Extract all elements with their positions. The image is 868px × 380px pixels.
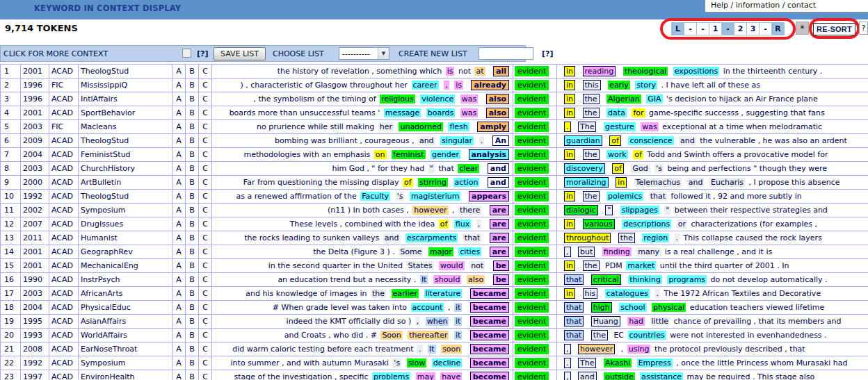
keyword-cell[interactable]: evident <box>513 356 557 370</box>
keyword[interactable]: evident <box>515 94 549 104</box>
year-cell[interactable]: 2000 <box>21 176 49 190</box>
year-cell[interactable]: 2003 <box>21 162 49 176</box>
left-context-cell[interactable]: into summer , and with autumn Murasaki '… <box>212 356 513 370</box>
year-cell[interactable]: 2003 <box>21 287 49 301</box>
year-cell[interactable]: 2004 <box>21 148 49 162</box>
context-link-b[interactable]: B <box>186 245 199 259</box>
source-cell[interactable]: ArtBulletin <box>79 176 172 190</box>
context-link-b[interactable]: B <box>186 259 199 273</box>
genre-cell[interactable]: ACAD <box>49 287 79 301</box>
right-context-cell[interactable]: in his catalogues . The 1972 African Tex… <box>557 287 868 301</box>
keyword-cell[interactable]: evident <box>513 120 557 134</box>
keyword-cell[interactable]: evident <box>513 329 557 342</box>
right-context-cell[interactable]: discovery of God 's being and perfection… <box>557 162 868 176</box>
page-cell--[interactable]: - <box>696 22 709 35</box>
left-context-cell[interactable]: These levels , combined with the idea of… <box>212 217 513 231</box>
source-cell[interactable]: GeographRev <box>79 245 172 259</box>
context-link-c[interactable]: C <box>199 79 212 92</box>
left-context-cell[interactable]: Far from questioning the missing display… <box>212 176 513 190</box>
left-context-cell[interactable]: stage of the investigation , specific pr… <box>212 370 513 380</box>
right-context-cell[interactable]: in the data for game-specific successs ,… <box>557 106 868 120</box>
right-context-cell[interactable]: throughout the region . This collapse ca… <box>557 231 868 245</box>
context-link-c[interactable]: C <box>199 120 212 134</box>
context-link-b[interactable]: B <box>186 120 199 134</box>
context-link-a[interactable]: A <box>172 176 186 190</box>
right-context-cell[interactable]: in reading theological expositions in th… <box>557 65 868 79</box>
genre-cell[interactable]: ACAD <box>49 315 79 329</box>
genre-cell[interactable]: ACAD <box>49 148 79 162</box>
context-link-a[interactable]: A <box>172 217 186 231</box>
source-cell[interactable]: EarNoseThroat <box>79 342 172 356</box>
left-context-cell[interactable]: as a renewed affirmation of the Faculty … <box>212 190 513 204</box>
genre-cell[interactable]: ACAD <box>49 245 79 259</box>
genre-cell[interactable]: ACAD <box>49 217 79 231</box>
keyword-cell[interactable]: evident <box>513 79 557 92</box>
source-cell[interactable]: InstrPsych <box>79 273 172 287</box>
context-link-a[interactable]: A <box>172 79 186 92</box>
right-context-cell[interactable]: that high school physical education teac… <box>557 301 868 315</box>
left-context-cell[interactable]: him God , " for they had " that clear an… <box>212 162 513 176</box>
context-link-a[interactable]: A <box>172 259 186 273</box>
genre-cell[interactable]: ACAD <box>49 273 79 287</box>
source-cell[interactable]: Macleans <box>79 120 172 134</box>
year-cell[interactable]: 1997 <box>21 370 49 380</box>
left-context-cell[interactable]: the history of revelation , something wh… <box>212 65 513 79</box>
context-link-a[interactable]: A <box>172 370 186 380</box>
context-link-b[interactable]: B <box>186 106 199 120</box>
keyword[interactable]: evident <box>515 358 549 368</box>
choose-list-select[interactable]: ---------- ▼ <box>339 47 389 60</box>
create-list-input[interactable] <box>479 47 533 60</box>
right-context-cell[interactable]: dialogic " slippages " between their res… <box>557 204 868 217</box>
context-link-b[interactable]: B <box>186 301 199 315</box>
source-cell[interactable]: DrugIssues <box>79 217 172 231</box>
genre-cell[interactable]: ACAD <box>49 301 79 315</box>
keyword-cell[interactable]: evident <box>513 259 557 273</box>
source-cell[interactable]: WorldAffairs <box>79 329 172 342</box>
context-link-a[interactable]: A <box>172 190 186 204</box>
context-link-b[interactable]: B <box>186 342 199 356</box>
context-link-a[interactable]: A <box>172 342 186 356</box>
page-cell--[interactable]: - <box>684 22 697 35</box>
source-cell[interactable]: FeministStud <box>79 148 172 162</box>
context-link-c[interactable]: C <box>199 370 212 380</box>
keyword[interactable]: evident <box>515 219 549 229</box>
context-link-b[interactable]: B <box>186 356 199 370</box>
source-cell[interactable]: AfricanArts <box>79 287 172 301</box>
genre-cell[interactable]: FIC <box>49 120 79 134</box>
keyword[interactable]: evident <box>515 122 549 132</box>
keyword[interactable]: evident <box>515 80 549 90</box>
keyword[interactable]: evident <box>515 302 549 313</box>
page-cell-r[interactable]: R <box>771 22 785 35</box>
keyword[interactable]: evident <box>515 274 549 285</box>
page-cell--[interactable]: - <box>721 22 734 35</box>
source-cell[interactable]: TheologStud <box>79 134 172 148</box>
year-cell[interactable]: 2001 <box>21 65 49 79</box>
right-context-cell[interactable]: in the PDM market until the third quarte… <box>557 259 868 273</box>
context-link-a[interactable]: A <box>172 92 186 106</box>
keyword-cell[interactable]: evident <box>513 287 557 301</box>
keyword-cell[interactable]: evident <box>513 134 557 148</box>
source-cell[interactable]: ChurchHistory <box>79 162 172 176</box>
keyword-cell[interactable]: evident <box>513 162 557 176</box>
context-link-a[interactable]: A <box>172 204 186 217</box>
keyword[interactable]: evident <box>515 344 549 354</box>
right-context-cell[interactable]: in the Algerian GIA 's decision to hijac… <box>557 92 868 106</box>
year-cell[interactable]: 1995 <box>21 315 49 329</box>
context-link-c[interactable]: C <box>199 217 212 231</box>
right-context-cell[interactable]: , and outside assistance may be required… <box>557 370 868 380</box>
source-cell[interactable]: Symposium <box>79 204 172 217</box>
right-context-cell[interactable]: in the work of Todd and Swinth offers a … <box>557 148 868 162</box>
right-context-cell[interactable]: . The gesture was exceptional at a time … <box>557 120 868 134</box>
context-link-a[interactable]: A <box>172 301 186 315</box>
context-help-link[interactable]: [?] <box>197 49 208 58</box>
keyword[interactable]: evident <box>515 316 549 327</box>
context-link-b[interactable]: B <box>186 190 199 204</box>
context-link-b[interactable]: B <box>186 204 199 217</box>
context-link-b[interactable]: B <box>186 315 199 329</box>
context-link-a[interactable]: A <box>172 162 186 176</box>
keyword-cell[interactable]: evident <box>513 106 557 120</box>
year-cell[interactable]: 2001 <box>21 259 49 273</box>
keyword[interactable]: evident <box>515 205 549 215</box>
genre-cell[interactable]: ACAD <box>49 92 79 106</box>
right-context-cell[interactable]: . The Akashi Empress , once the little P… <box>557 356 868 370</box>
